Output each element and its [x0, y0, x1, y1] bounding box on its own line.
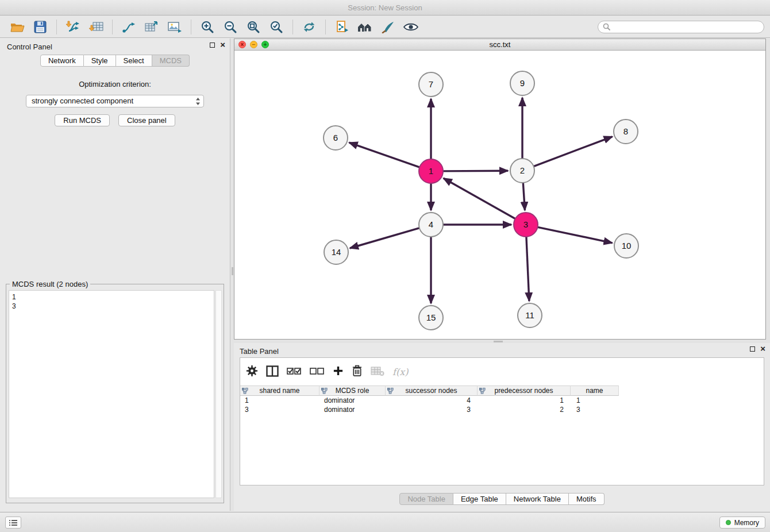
mcds-result-groupbox: MCDS result (2 nodes) 1 3 [6, 284, 224, 503]
cell-shared-name[interactable]: 1 [240, 396, 319, 405]
add-row-icon[interactable] [333, 365, 344, 378]
graph-edge[interactable] [523, 183, 525, 210]
result-scrollbar[interactable] [215, 290, 222, 498]
window-title: Session: New Session [0, 0, 770, 16]
import-network-icon[interactable] [64, 18, 82, 36]
mcds-result-list[interactable]: 1 3 [9, 290, 214, 498]
export-table-icon[interactable] [143, 18, 161, 36]
table-row[interactable]: 3 dominator 3 2 3 [240, 405, 764, 414]
table-row[interactable]: 1 dominator 4 1 1 [240, 396, 764, 405]
close-window-icon[interactable]: × [238, 41, 246, 48]
tab-select[interactable]: Select [116, 55, 152, 67]
refresh-icon[interactable] [300, 18, 318, 36]
export-image-icon[interactable] [165, 18, 184, 36]
cell-name[interactable]: 3 [571, 405, 619, 414]
graph-node[interactable]: 14 [324, 240, 348, 264]
tab-network-table[interactable]: Network Table [506, 493, 569, 505]
clone-network-icon[interactable] [333, 18, 351, 36]
close-table-panel-icon[interactable]: × [760, 345, 765, 352]
search-field[interactable] [598, 21, 764, 33]
task-history-icon[interactable] [5, 516, 21, 529]
tab-mcds[interactable]: MCDS [152, 55, 190, 67]
tab-network[interactable]: Network [40, 55, 84, 67]
column-header-successor-nodes[interactable]: successor nodes [386, 385, 478, 396]
open-session-icon[interactable] [8, 18, 26, 36]
graph-node[interactable]: 2 [510, 159, 534, 183]
graph-edge[interactable] [534, 137, 613, 167]
cell-mcds-role[interactable]: dominator [319, 396, 386, 405]
zoom-out-icon[interactable] [221, 18, 240, 36]
graph-node[interactable]: 3 [514, 213, 538, 237]
deselect-all-icon[interactable] [310, 367, 325, 377]
criterion-select[interactable]: strongly connected component [26, 95, 204, 107]
tab-node-table[interactable]: Node Table [399, 493, 453, 505]
cell-successor-nodes[interactable]: 4 [386, 396, 478, 405]
graph-node[interactable]: 1 [419, 159, 443, 183]
zoom-fit-icon[interactable] [244, 18, 263, 36]
graph-node-label: 3 [523, 219, 528, 229]
function-builder-icon[interactable]: f(x) [392, 367, 408, 377]
cell-shared-name[interactable]: 3 [240, 405, 319, 414]
toolbar-separator [56, 20, 57, 34]
cell-predecessor-nodes[interactable]: 2 [478, 405, 571, 414]
cell-mcds-role[interactable]: dominator [319, 405, 386, 414]
column-layout-icon[interactable] [266, 365, 279, 379]
attribute-icon [479, 388, 486, 396]
graph-edge[interactable] [538, 227, 613, 243]
graph-node[interactable]: 7 [419, 72, 443, 97]
float-table-panel-icon[interactable] [750, 346, 755, 352]
zoom-selected-icon[interactable] [267, 18, 286, 36]
graph-edge[interactable] [443, 171, 508, 171]
graph-node[interactable]: 11 [518, 303, 542, 327]
network-canvas[interactable]: 7968124314101511 [234, 51, 765, 339]
import-table-icon[interactable] [87, 18, 105, 36]
graph-node[interactable]: 4 [419, 213, 443, 237]
memory-label: Memory [734, 519, 759, 527]
cell-predecessor-nodes[interactable]: 1 [478, 396, 571, 405]
graph-edge[interactable] [444, 178, 515, 218]
tab-style[interactable]: Style [84, 55, 116, 67]
houses-icon[interactable] [356, 18, 374, 36]
run-mcds-button[interactable]: Run MCDS [55, 114, 110, 126]
column-header-predecessor-nodes[interactable]: predecessor nodes [478, 385, 571, 396]
export-network-icon[interactable] [120, 18, 138, 36]
tab-edge-table[interactable]: Edge Table [453, 493, 506, 505]
attribute-icon [387, 388, 394, 396]
trash-icon[interactable] [352, 365, 363, 379]
graph-node[interactable]: 10 [614, 234, 638, 258]
eye-icon[interactable] [402, 18, 420, 36]
column-header-mcds-role[interactable]: MCDS role [319, 385, 386, 396]
minimize-window-icon[interactable]: − [250, 41, 257, 48]
save-session-icon[interactable] [31, 18, 49, 36]
result-line: 3 [12, 302, 211, 311]
close-panel-icon[interactable]: × [220, 41, 225, 48]
float-panel-icon[interactable] [210, 43, 215, 48]
graph-edge[interactable] [349, 142, 420, 167]
graph-node[interactable]: 15 [419, 306, 443, 330]
maximize-window-icon[interactable]: + [261, 41, 269, 48]
table-toolbar: f(x) [240, 358, 764, 385]
delete-table-icon[interactable] [371, 366, 384, 378]
close-panel-button[interactable]: Close panel [118, 114, 175, 126]
cell-successor-nodes[interactable]: 3 [386, 405, 478, 414]
search-input[interactable] [613, 23, 759, 31]
graph-edge[interactable] [526, 237, 529, 301]
graph-node[interactable]: 6 [324, 126, 348, 150]
column-header-name[interactable]: name [571, 385, 619, 396]
zoom-in-icon[interactable] [198, 18, 217, 36]
application-window: Session: New Session [0, 0, 770, 532]
toolbar-separator [325, 20, 326, 34]
toolbar-separator [292, 20, 293, 34]
cell-name[interactable]: 1 [571, 396, 619, 405]
style-paint-icon[interactable] [379, 18, 397, 36]
tab-motifs[interactable]: Motifs [569, 493, 605, 505]
criterion-value: strongly connected component [32, 97, 133, 105]
graph-node[interactable]: 8 [614, 119, 638, 144]
memory-button[interactable]: Memory [719, 516, 765, 529]
graph-node[interactable]: 9 [510, 71, 534, 95]
attribute-icon [242, 388, 248, 396]
gear-icon[interactable] [246, 365, 258, 379]
graph-edge[interactable] [350, 228, 419, 248]
column-header-shared-name[interactable]: shared name [240, 385, 319, 396]
select-all-icon[interactable] [287, 367, 302, 377]
